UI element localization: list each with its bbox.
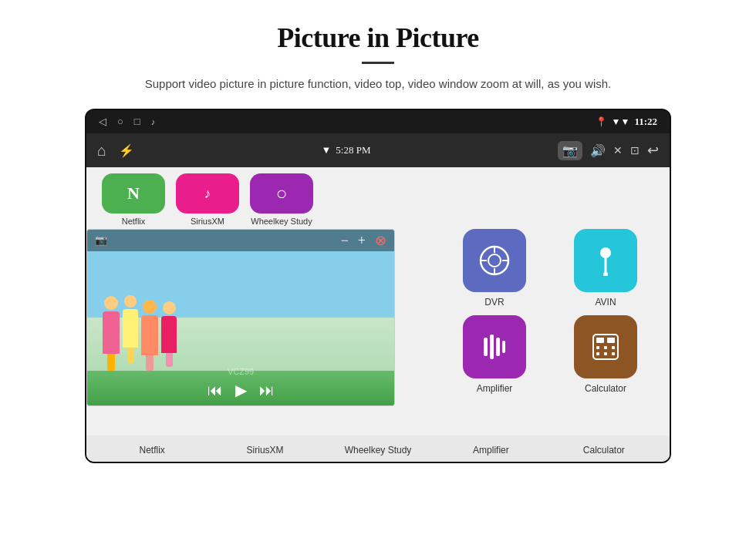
pip-resize-icon[interactable]: ⊡ <box>630 144 640 157</box>
pip-maximize-icon[interactable]: + <box>358 233 366 249</box>
svg-rect-20 <box>604 352 607 355</box>
netflix-bottom-label: Netflix <box>96 445 208 456</box>
svg-rect-17 <box>604 346 607 349</box>
svg-rect-18 <box>612 346 615 349</box>
dvr-icon <box>478 244 511 277</box>
avin-label: AVIN <box>595 297 616 308</box>
pip-controls: − + ⊗ <box>341 232 386 249</box>
prev-track-icon[interactable]: ⏮ <box>208 382 223 399</box>
svg-rect-12 <box>502 341 505 353</box>
dvr-label: DVR <box>484 297 504 308</box>
app-item-amplifier[interactable]: Amplifier <box>443 315 546 394</box>
pip-header-left: 📷 <box>95 234 107 247</box>
back-nav-icon[interactable]: ◁ <box>99 116 106 128</box>
siriusxm-bottom-label: SiriusXM <box>208 445 321 456</box>
title-divider <box>362 62 394 64</box>
volume-icon[interactable]: 🔊 <box>590 143 606 158</box>
play-icon[interactable]: ▶ <box>235 381 247 399</box>
status-bar-nav: ◁ ○ □ ♪ <box>99 116 155 128</box>
status-time: 11:22 <box>634 116 657 128</box>
svg-rect-14 <box>596 338 604 343</box>
main-content: N Netflix ♪ SiriusXM ○ Wheelkey Study <box>86 167 670 463</box>
avin-icon <box>590 245 621 276</box>
home-nav-icon[interactable]: ○ <box>117 116 123 128</box>
calculator-icon <box>590 331 621 362</box>
pip-playback: ⏮ ▶ ⏭ <box>208 381 275 399</box>
wifi-signal-icon: ▼▼ <box>612 116 630 128</box>
wheelkey-icon: ○ <box>276 183 288 204</box>
app-item-calculator[interactable]: Calculator <box>554 315 657 394</box>
siriusxm-icon: ♪ <box>204 186 211 202</box>
siriusxm-label: SiriusXM <box>191 217 224 226</box>
calculator-label: Calculator <box>585 383 626 394</box>
calculator-bottom-label: Calculator <box>548 445 660 456</box>
pip-close-icon[interactable]: ⊗ <box>375 232 386 249</box>
device-frame: ◁ ○ □ ♪ 📍 ▼▼ 11:22 ⌂ ⚡ ▼ 5:28 PM 📷 <box>85 109 671 463</box>
pip-minimize-icon[interactable]: − <box>341 233 349 249</box>
bottom-labels: Netflix SiriusXM Wheelkey Study Amplifie… <box>86 435 670 463</box>
amplifier-bottom-label: Amplifier <box>434 445 547 456</box>
wheelkey-label: Wheelkey Study <box>251 217 312 226</box>
page-title: Picture in Picture <box>277 22 479 54</box>
wifi-status-icon: ▼ <box>321 144 331 156</box>
app-bar-left: ⌂ ⚡ <box>97 142 134 160</box>
svg-rect-21 <box>612 352 615 355</box>
app-icons-grid: DVR AVIN <box>430 221 670 402</box>
next-track-icon[interactable]: ⏭ <box>259 382 275 399</box>
status-bar-right: 📍 ▼▼ 11:22 <box>596 116 657 128</box>
recents-nav-icon[interactable]: □ <box>134 116 140 128</box>
app-bar-time: 5:28 PM <box>336 144 370 156</box>
svg-point-1 <box>488 254 501 267</box>
status-bar: ◁ ○ □ ♪ 📍 ▼▼ 11:22 <box>86 110 670 133</box>
camera-button[interactable]: 📷 <box>558 141 582 160</box>
close-pip-icon[interactable]: ✕ <box>613 144 623 157</box>
music-nav-icon[interactable]: ♪ <box>151 117 156 126</box>
home-icon[interactable]: ⌂ <box>97 142 106 160</box>
svg-point-6 <box>600 247 611 258</box>
pip-camera-icon: 📷 <box>95 234 107 247</box>
app-bar: ⌂ ⚡ ▼ 5:28 PM 📷 🔊 ✕ ⊡ ↩ <box>86 133 670 167</box>
app-bar-right: 📷 🔊 ✕ ⊡ ↩ <box>558 141 659 160</box>
svg-rect-16 <box>596 346 599 349</box>
video-scene: ⏮ ▶ ⏭ VCZ99 <box>87 230 394 405</box>
page-subtitle: Support video picture in picture functio… <box>145 75 611 93</box>
netflix-icon: N <box>127 183 140 203</box>
amplifier-label: Amplifier <box>477 383 513 394</box>
location-icon: 📍 <box>596 116 607 128</box>
svg-rect-10 <box>490 335 494 359</box>
wheelkey-bottom-label: Wheelkey Study <box>322 445 434 456</box>
back-icon[interactable]: ↩ <box>647 142 659 159</box>
svg-rect-9 <box>484 338 488 356</box>
app-item-siriusxm[interactable]: ♪ SiriusXM <box>176 173 239 226</box>
pip-header: 📷 − + ⊗ <box>87 230 394 251</box>
watermark: VCZ99 <box>228 367 254 376</box>
app-item-dvr[interactable]: DVR <box>443 229 546 308</box>
svg-rect-15 <box>607 338 615 343</box>
pip-video[interactable]: 📷 − + ⊗ <box>86 229 395 406</box>
app-item-avin[interactable]: AVIN <box>554 229 657 308</box>
netflix-label: Netflix <box>122 217 146 226</box>
app-item-netflix[interactable]: N Netflix <box>102 173 165 226</box>
svg-rect-19 <box>596 352 599 355</box>
amplifier-icon <box>479 331 510 362</box>
usb-icon[interactable]: ⚡ <box>119 143 134 158</box>
svg-point-8 <box>603 272 608 276</box>
app-item-wheelkey[interactable]: ○ Wheelkey Study <box>250 173 313 226</box>
app-bar-center: ▼ 5:28 PM <box>321 144 370 156</box>
svg-rect-11 <box>496 338 500 356</box>
